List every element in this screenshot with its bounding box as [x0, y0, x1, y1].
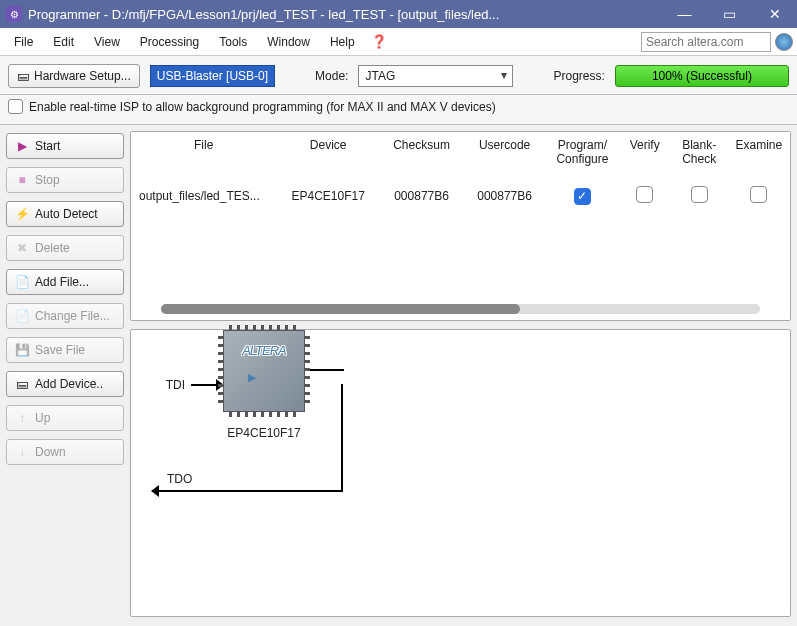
file-table-panel: File Device Checksum Usercode Program/ C…: [130, 131, 791, 321]
mode-label: Mode:: [315, 69, 348, 83]
right-pane: File Device Checksum Usercode Program/ C…: [130, 125, 797, 623]
col-verify[interactable]: Verify: [619, 132, 671, 180]
col-file[interactable]: File: [131, 132, 276, 180]
jtag-chain-panel: TDI ALTERA ▶ EP4CE10F17: [130, 329, 791, 617]
file-table: File Device Checksum Usercode Program/ C…: [131, 132, 790, 212]
col-examine[interactable]: Examine: [728, 132, 790, 180]
table-row[interactable]: output_files/led_TES... EP4CE10F17 00087…: [131, 180, 790, 212]
menu-edit[interactable]: Edit: [43, 31, 84, 53]
down-icon: ↓: [15, 445, 29, 459]
toolbar: 🖴 Hardware Setup... USB-Blaster [USB-0] …: [0, 56, 797, 95]
cell-examine: [728, 180, 790, 212]
col-program[interactable]: Program/ Configure: [546, 132, 619, 180]
hardware-icon: 🖴: [17, 69, 29, 83]
up-icon: ↑: [15, 411, 29, 425]
help-icon[interactable]: ❓: [365, 32, 393, 51]
cell-file: output_files/led_TES...: [131, 180, 276, 212]
add-device-icon: 🖴: [15, 377, 29, 391]
auto-detect-button[interactable]: ⚡Auto Detect: [6, 201, 124, 227]
chip-icon[interactable]: ALTERA ▶: [223, 330, 305, 412]
mode-value: JTAG: [365, 69, 395, 83]
verify-checkbox[interactable]: [636, 186, 653, 203]
stop-button[interactable]: ■Stop: [6, 167, 124, 193]
down-button[interactable]: ↓Down: [6, 439, 124, 465]
progress-label: Progress:: [553, 69, 604, 83]
add-device-button[interactable]: 🖴Add Device..: [6, 371, 124, 397]
col-checksum[interactable]: Checksum: [380, 132, 463, 180]
chain-device-name: EP4CE10F17: [223, 426, 305, 440]
col-usercode[interactable]: Usercode: [463, 132, 546, 180]
menu-file[interactable]: File: [4, 31, 43, 53]
tdi-label: TDI: [141, 378, 191, 392]
menu-processing[interactable]: Processing: [130, 31, 209, 53]
progress-bar: 100% (Successful): [615, 65, 789, 87]
play-icon: ▶: [15, 139, 29, 153]
cell-program: [546, 180, 619, 212]
close-button[interactable]: ✕: [752, 0, 797, 28]
window-title: Programmer - D:/mfj/FPGA/Lesson1/prj/led…: [28, 7, 662, 22]
menu-tools[interactable]: Tools: [209, 31, 257, 53]
search-input[interactable]: [641, 32, 771, 52]
start-button[interactable]: ▶Start: [6, 133, 124, 159]
delete-button[interactable]: ✖Delete: [6, 235, 124, 261]
up-button[interactable]: ↑Up: [6, 405, 124, 431]
isp-checkbox-label: Enable real-time ISP to allow background…: [29, 100, 496, 114]
add-file-button[interactable]: 📄Add File...: [6, 269, 124, 295]
cell-verify: [619, 180, 671, 212]
save-file-button[interactable]: 💾Save File: [6, 337, 124, 363]
globe-icon[interactable]: [775, 33, 793, 51]
cell-checksum: 000877B6: [380, 180, 463, 212]
sidebar: ▶Start ■Stop ⚡Auto Detect ✖Delete 📄Add F…: [0, 125, 130, 623]
stop-icon: ■: [15, 173, 29, 187]
selected-hardware[interactable]: USB-Blaster [USB-0]: [150, 65, 275, 87]
chip-play-icon: ▶: [248, 371, 256, 384]
menu-window[interactable]: Window: [257, 31, 320, 53]
menubar: File Edit View Processing Tools Window H…: [0, 28, 797, 56]
add-file-icon: 📄: [15, 275, 29, 289]
titlebar: ⚙ Programmer - D:/mfj/FPGA/Lesson1/prj/l…: [0, 0, 797, 28]
examine-checkbox[interactable]: [750, 186, 767, 203]
hardware-setup-label: Hardware Setup...: [34, 69, 131, 83]
arrow-left-icon: [151, 485, 159, 497]
isp-checkbox[interactable]: [8, 99, 23, 114]
menu-help[interactable]: Help: [320, 31, 365, 53]
tdo-label: TDO: [167, 472, 192, 486]
mode-select[interactable]: JTAG: [358, 65, 513, 87]
maximize-button[interactable]: ▭: [707, 0, 752, 28]
save-icon: 💾: [15, 343, 29, 357]
col-blank[interactable]: Blank- Check: [671, 132, 728, 180]
menu-view[interactable]: View: [84, 31, 130, 53]
hardware-setup-button[interactable]: 🖴 Hardware Setup...: [8, 64, 140, 88]
blank-checkbox[interactable]: [691, 186, 708, 203]
isp-row: Enable real-time ISP to allow background…: [0, 95, 797, 125]
chip-brand: ALTERA: [224, 343, 304, 358]
app-icon: ⚙: [6, 6, 22, 22]
cell-blank: [671, 180, 728, 212]
change-file-icon: 📄: [15, 309, 29, 323]
progress-text: 100% (Successful): [652, 69, 752, 83]
change-file-button[interactable]: 📄Change File...: [6, 303, 124, 329]
cell-usercode: 000877B6: [463, 180, 546, 212]
scrollbar-thumb[interactable]: [161, 304, 520, 314]
table-header-row: File Device Checksum Usercode Program/ C…: [131, 132, 790, 180]
jtag-chain-diagram: TDI ALTERA ▶ EP4CE10F17: [141, 370, 344, 400]
horizontal-scrollbar[interactable]: [161, 304, 760, 314]
cell-device: EP4CE10F17: [276, 180, 380, 212]
main-area: ▶Start ■Stop ⚡Auto Detect ✖Delete 📄Add F…: [0, 125, 797, 623]
minimize-button[interactable]: —: [662, 0, 707, 28]
delete-icon: ✖: [15, 241, 29, 255]
program-checkbox[interactable]: [574, 188, 591, 205]
detect-icon: ⚡: [15, 207, 29, 221]
col-device[interactable]: Device: [276, 132, 380, 180]
